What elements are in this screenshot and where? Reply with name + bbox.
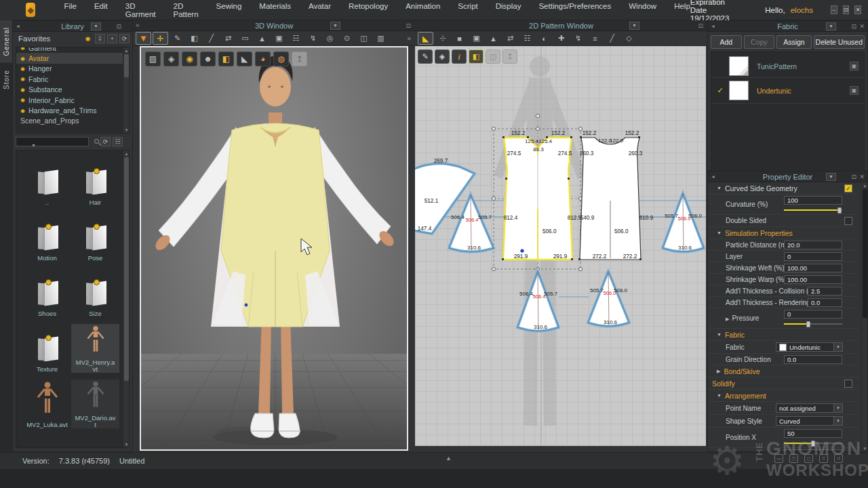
tree-item-hanger[interactable]: ◉Hanger [16,64,129,74]
panel-popout-icon[interactable]: ⊡ [116,23,121,30]
thickness-rendering-input[interactable]: 0.0 [808,298,842,307]
property-editor-header[interactable]: ◄ Property Editor ▼ ⊡ ✕ [708,171,867,182]
tree-item-hardware-and-trims[interactable]: ◉Hardware_and_Trims [16,105,129,115]
library-item-mv2-dario[interactable]: MV2_Dario.avt [71,380,119,428]
rail-tab-store[interactable]: Store [0,63,12,96]
2d-window-header[interactable]: 2D Pattern Window ▼ ⊡ [415,20,707,31]
garment-tool[interactable]: ◇ [621,32,637,45]
edit-pattern-tool[interactable]: ⊹ [435,32,450,45]
pattern-gore-3[interactable]: 505.7 506.0 506.0 310.6 [588,271,629,327]
tree-item-garment[interactable]: ◉Garment [16,47,129,53]
particle-distance-input[interactable]: 20.0 [784,241,842,249]
needle-tool[interactable]: ╱ [203,32,219,45]
bar-tool[interactable]: ▥ [373,32,389,45]
panel-pin-icon[interactable]: ◄ [16,24,20,28]
show-avatar-toggle[interactable]: ☻ [200,52,216,66]
toolbar-overflow-icon[interactable]: » [407,35,411,42]
curvature-slider[interactable] [784,207,842,213]
section-arrangement[interactable]: ▼ Arrangement [708,390,859,402]
expand-panel-arrow[interactable]: ▲ [446,455,452,462]
library-item-texture[interactable]: Texture [23,324,71,373]
panel-close-icon[interactable]: ✕ [859,23,865,30]
pin-garment-tool[interactable]: ◧ [186,32,202,45]
show-info-toggle[interactable]: i [452,49,467,64]
thickness-collision-input[interactable]: 2.5 [808,287,842,296]
fabric-swatch[interactable] [729,56,749,76]
panel-pin-icon[interactable]: ◄ [711,24,715,28]
show-gizmo-toggle[interactable]: ◍ [273,52,289,66]
panel-dropdown-icon[interactable]: ▼ [629,22,639,30]
library-panel-header[interactable]: ◄ Library ▼ ⊡ [13,21,132,32]
panel-dropdown-icon[interactable]: ▼ [91,22,101,30]
copy-fabric-button[interactable]: Copy [744,35,775,49]
pressure-slider[interactable] [784,321,842,327]
add-favorite-button[interactable]: + [107,34,117,43]
curved-side-checkbox[interactable]: ✓ [844,184,852,192]
tree-item-avatar[interactable]: ◉Avatar [16,53,129,63]
pattern-gore-4[interactable]: 505.7 506.0 506.0 310.6 [663,193,704,252]
shrinkage-weft-input[interactable]: 100.00 [784,264,842,272]
section-simulation-properties[interactable]: ▼ Simulation Properties [708,227,859,239]
library-item-hair[interactable]: Hair [71,157,119,206]
panel-popout-icon[interactable]: ⊡ [851,23,856,30]
search-input[interactable]: ▼ [16,137,89,146]
shape-style-select[interactable]: Curved ▼ [776,416,843,426]
panel-popout-icon[interactable]: ⊡ [406,22,411,29]
download-icon[interactable]: ⇩ [95,34,105,43]
library-item-mv2-luka[interactable]: MV2_Luka.avt [23,380,71,428]
free-sewing-tool[interactable]: ↯ [305,32,321,45]
lock-patterns-toggle[interactable]: ◫ [486,49,500,64]
3d-viewport[interactable]: ▨ ◈ ◉ ☻ ◧ ◣ ◕ ◍ ↥ [140,46,408,451]
tree-scrollbar[interactable]: ▲ ▼ [123,47,129,133]
grain-direction-input[interactable]: 0.0 [784,355,842,364]
panel-popout-icon[interactable]: ⊡ [851,174,856,180]
show-internal-lines-toggle[interactable]: ◣ [237,52,252,66]
fabric-select[interactable]: Undertunic ▼ [776,342,843,352]
username-link[interactable]: elochs [791,6,813,14]
2d-pattern-viewport[interactable]: ✎ ◈ i ◧ ◫ ↥ [415,46,706,446]
tree-item-fabric[interactable]: ◉Fabric [16,74,129,84]
circle-tool[interactable]: ⊙ [339,32,355,45]
menu-window[interactable]: Window [629,2,656,18]
menu-display[interactable]: Display [496,2,521,18]
fabric-swatch[interactable] [729,81,749,100]
menu-avatar[interactable]: Avatar [309,2,331,18]
show-patterns-toggle[interactable]: ◧ [218,52,234,66]
pressure-input[interactable]: 0 [784,310,842,319]
menu-materials[interactable]: Materials [259,2,291,18]
panel-dropdown-icon[interactable]: ▼ [826,22,836,30]
3d-window-header[interactable]: ✕ 3D Window ▼ ⊡ [133,20,415,31]
menu-retopology[interactable]: Retopology [349,2,388,18]
fabric-row-undertunic[interactable]: ✓ Undertunic ▣ [711,78,864,104]
show-arrangement-points-toggle[interactable]: ↥ [502,49,517,64]
show-avatar-skin-toggle[interactable]: ◕ [255,52,271,66]
show-garment-toggle[interactable]: ◈ [163,52,179,66]
section-curved-side-geometry[interactable]: ▼ Curved Side Geometry ✓ [708,182,859,195]
layer-input[interactable]: 0 [784,252,842,261]
collapse-icon[interactable]: ▼ [717,230,722,235]
menu-script[interactable]: Script [458,2,477,18]
rectangle-select-tool[interactable]: ▭ [237,32,253,45]
grid-scrollbar[interactable]: ▲ ▼ [123,150,129,447]
position-y-input[interactable]: 50 [784,449,842,451]
rail-tab-general[interactable]: General [0,20,12,63]
solidify-checkbox[interactable] [844,380,852,388]
section-solidify[interactable]: Solidify [708,378,859,390]
fold-tool[interactable]: ⇄ [502,32,518,45]
fabric-panel-header[interactable]: ◄ Fabric ▼ ⊡ ✕ [708,21,867,32]
pattern-gore-1[interactable]: 506.4 505.7 506.4 310.6 [449,195,494,252]
menu-sewing[interactable]: Sewing [216,2,242,18]
library-item-pose[interactable]: Pose [71,213,119,262]
menu-settings-preferences[interactable]: Settings/Preferences [538,2,611,18]
show-patterns-toggle[interactable]: ◧ [469,49,484,64]
curvature-input[interactable]: 100 [784,196,842,205]
library-item-size[interactable]: Size [71,268,119,317]
close-button[interactable]: ✕ [854,5,861,14]
internal-line-tool[interactable]: ╱ [604,32,620,45]
add-rectangle-tool[interactable]: ■ [452,32,467,45]
show-avatar-tool[interactable]: ▲ [486,32,501,45]
position-x-slider[interactable] [784,441,842,446]
position-x-input[interactable]: 50 [784,429,842,438]
pattern-back[interactable]: 152.2 152.2 122.0 122.0 260.3 260.3 540.… [578,130,654,260]
segment-sewing-tool[interactable]: ☷ [519,32,535,45]
